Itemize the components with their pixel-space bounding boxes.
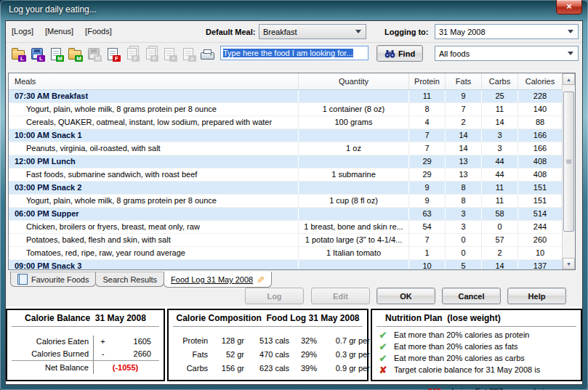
- cell-name: Yogurt, plain, whole milk, 8 grams prote…: [9, 195, 299, 207]
- cell-carbs: 11: [482, 182, 518, 194]
- menu-item[interactable]: [Logs]: [12, 27, 33, 36]
- macro-grams: 52 gr: [208, 348, 244, 362]
- table-row[interactable]: Chicken, broilers or fryers, breast, mea…: [9, 221, 575, 234]
- table-row[interactable]: Cereals, QUAKER, oatmeal, instant, low s…: [9, 116, 575, 129]
- menu-item[interactable]: [Foods]: [85, 27, 112, 36]
- default-meal-select[interactable]: Breakfast: [259, 24, 366, 39]
- cell-protein: 11: [409, 90, 446, 102]
- table-row[interactable]: 12:00 PM Lunch 29 13 44 408: [9, 155, 575, 168]
- cell-carbs: 57: [482, 234, 518, 246]
- table-row[interactable]: Peanuts, virginia, oil-roasted, with sal…: [9, 142, 575, 155]
- table-row[interactable]: 09:00 PM Snack 3 10 5 14 137: [9, 260, 575, 269]
- new-menu-icon[interactable]: M: [47, 45, 65, 62]
- macro-cals: 623 cals: [244, 362, 289, 375]
- column-header-fats[interactable]: Fats: [446, 73, 482, 89]
- food-filter-select[interactable]: All foods: [435, 46, 579, 61]
- binoculars-icon: [384, 49, 395, 58]
- toolbar-buttons: L L M M M F F F + x: [9, 45, 216, 62]
- cross-icon: ✘: [372, 365, 394, 390]
- cell-carbs: 14: [482, 260, 518, 269]
- macro-label: Protein: [174, 334, 208, 348]
- search-input[interactable]: Type here the food I am looking for...: [220, 46, 368, 60]
- vertical-scrollbar[interactable]: ▲ ▼: [562, 73, 575, 269]
- cell-calories: 166: [518, 129, 563, 142]
- table-row[interactable]: 03:00 PM Snack 2 9 8 11 151: [9, 182, 575, 195]
- plan-failed-line1: Target calorie balance for 31 May 2008 i…: [394, 365, 555, 375]
- cell-protein: 8: [409, 103, 446, 115]
- food-log-table: Meals Quantity Protein Fats Carbs Calori…: [8, 73, 576, 270]
- table-row[interactable]: 06:00 PM Supper 63 3 58 514: [9, 208, 575, 221]
- check-icon: ✔: [372, 341, 394, 352]
- table-row[interactable]: Yogurt, plain, whole milk, 8 grams prote…: [9, 195, 575, 208]
- cell-protein: 9: [409, 182, 446, 194]
- column-header-carbs[interactable]: Carbs: [482, 73, 518, 89]
- scrollbar-thumb[interactable]: [563, 92, 574, 232]
- cell-carbs: 0: [482, 221, 518, 233]
- open-log-icon[interactable]: L: [9, 45, 27, 62]
- table-row[interactable]: Fast foods, submarine sandwich, with roa…: [9, 168, 575, 182]
- dialog-button[interactable]: Help: [507, 288, 566, 304]
- table-row[interactable]: Tomatoes, red, ripe, raw, year round ave…: [9, 247, 575, 260]
- logging-date-value: 31 May 2008: [435, 28, 568, 36]
- cell-name: 07:30 AM Breakfast: [9, 90, 299, 102]
- dialog-button[interactable]: Cancel: [442, 288, 501, 304]
- cell-carbs: 58: [482, 208, 518, 220]
- calorie-composition-rows: Protein 128 gr 513 cals 32% 0.7 gr per l…: [174, 334, 361, 375]
- calorie-balance-title: Calorie Balance 31 May 2008: [7, 310, 164, 323]
- cell-quantity: 1 Italian tomato: [299, 247, 409, 259]
- table-row[interactable]: 10:00 AM Snack 1 7 14 3 166: [9, 129, 575, 142]
- cell-quantity: [299, 90, 409, 102]
- cell-quantity: [299, 208, 409, 220]
- nutrition-plan-checks: ✔ Eat more than 20% calories as protein …: [372, 329, 581, 364]
- cell-protein: 54: [409, 221, 446, 233]
- tab[interactable]: Food Log 31 May 2008 ✎: [164, 272, 272, 288]
- cell-quantity: [299, 260, 409, 269]
- logging-date-select[interactable]: 31 May 2008: [435, 24, 579, 39]
- cell-name: Peanuts, virginia, oil-roasted, with sal…: [9, 142, 299, 155]
- scroll-up-icon[interactable]: ▲: [563, 73, 575, 85]
- dialog-button[interactable]: Edit: [311, 288, 370, 304]
- edit-food-icon[interactable]: F: [123, 45, 140, 62]
- table-body: 07:30 AM Breakfast 11 9 25 228 Yogurt, p…: [9, 90, 575, 269]
- tab-label: Search Results: [102, 275, 157, 284]
- find-button[interactable]: Find: [376, 45, 423, 62]
- table-row[interactable]: Potatoes, baked, flesh and skin, with sa…: [9, 234, 575, 247]
- dialog-button[interactable]: Log: [245, 288, 304, 304]
- add-food-icon[interactable]: +: [161, 45, 178, 62]
- menu-item[interactable]: [Menus]: [45, 27, 73, 36]
- net-balance-row: Net Balance (-1055): [12, 360, 159, 374]
- copy-food-icon[interactable]: F: [142, 45, 159, 62]
- save-log-icon[interactable]: L: [28, 45, 46, 62]
- cell-fats: 8: [446, 182, 482, 194]
- table-row[interactable]: 07:30 AM Breakfast 11 9 25 228: [9, 90, 575, 103]
- title-bar[interactable]: Log your daily eating... ×: [0, 0, 588, 20]
- plan-rule-row: ✔ Eat more than 20% calories as protein: [372, 329, 581, 341]
- column-header-calories[interactable]: Calories: [518, 73, 563, 89]
- delete-food-icon[interactable]: x: [180, 45, 197, 62]
- print-icon[interactable]: [198, 45, 216, 62]
- pencil-icon: ✎: [257, 275, 265, 285]
- tab[interactable]: Favourite Foods ✎: [10, 272, 96, 287]
- column-header-protein[interactable]: Protein: [409, 73, 446, 89]
- cell-carbs: 3: [482, 142, 518, 155]
- calorie-composition-panel: Calorie Composition Food Log 31 May 2008…: [167, 309, 368, 381]
- column-header-meals[interactable]: Meals: [9, 73, 299, 89]
- chevron-down-icon: [355, 30, 361, 33]
- table-row[interactable]: Yogurt, plain, whole milk, 8 grams prote…: [9, 103, 575, 116]
- divider: [12, 326, 159, 327]
- cell-fats: 3: [446, 221, 482, 233]
- open-menu-icon[interactable]: M: [66, 45, 84, 62]
- cell-quantity: 1 container (8 oz): [299, 103, 409, 115]
- macro-pct: 39%: [289, 362, 317, 375]
- scroll-down-icon[interactable]: ▼: [563, 258, 575, 269]
- save-menu-icon[interactable]: M: [85, 45, 102, 62]
- cell-fats: 9: [446, 90, 482, 102]
- new-food-icon[interactable]: F: [104, 45, 121, 62]
- cell-calories: 10: [518, 247, 563, 259]
- cell-fats: 5: [446, 260, 482, 269]
- cell-name: Fast foods, submarine sandwich, with roa…: [9, 168, 299, 181]
- dialog-button[interactable]: OK: [376, 288, 435, 304]
- tab[interactable]: Search Results ✎: [95, 272, 164, 287]
- column-header-quantity[interactable]: Quantity: [299, 73, 409, 89]
- close-button[interactable]: ×: [556, 0, 582, 15]
